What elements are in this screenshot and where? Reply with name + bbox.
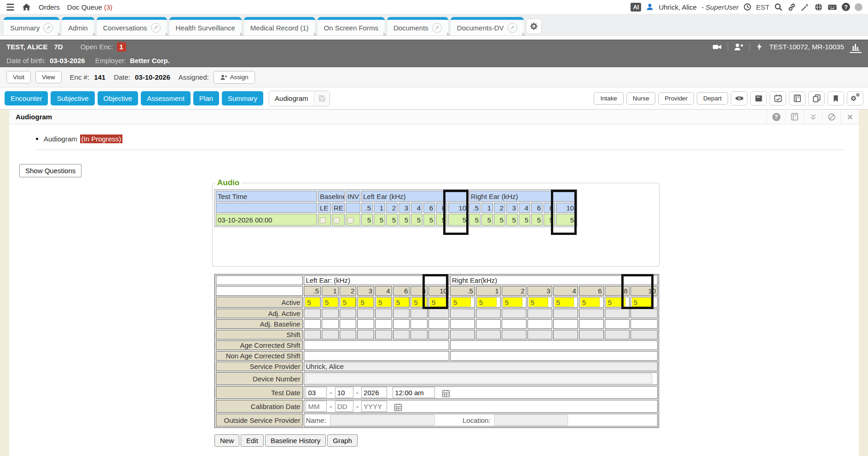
audiogram-item-label[interactable]: Audiogram [44, 135, 77, 143]
eye-icon[interactable] [731, 91, 747, 105]
add-person-icon[interactable] [734, 42, 744, 52]
visit-button[interactable]: Visit [6, 71, 31, 83]
baseline-history-button[interactable]: Baseline History [265, 434, 326, 447]
inv-cell[interactable] [346, 214, 360, 226]
tab-on-screen-forms[interactable]: On Screen Forms [318, 17, 385, 35]
intake-button[interactable]: Intake [594, 92, 623, 105]
audio-test-row[interactable]: 03-10-2026 00:00 5 5 5 5 5 5 5 5 [216, 214, 576, 226]
user-name[interactable]: Uhrick, Alice [659, 3, 697, 11]
test-date-month-input[interactable] [306, 387, 327, 398]
show-questions-button[interactable]: Show Questions [19, 164, 81, 177]
keyboard-icon[interactable] [827, 2, 837, 12]
tab-conversations[interactable]: Conversations↗ [97, 17, 167, 35]
calibration-day-input[interactable] [335, 401, 353, 412]
test-date-year-input[interactable] [361, 387, 387, 398]
baseline-le-cell[interactable] [318, 214, 331, 226]
nav-plan-button[interactable]: Plan [193, 91, 219, 105]
panel-help-icon[interactable]: ? [767, 110, 785, 124]
popout-icon[interactable]: ↗ [151, 23, 161, 33]
tab-health-surveillance[interactable]: Health Surveillance [169, 17, 242, 35]
save-icon[interactable] [314, 91, 330, 106]
baseline-re-cell[interactable] [332, 214, 345, 226]
tab-documents[interactable]: Documents↗ [387, 17, 448, 35]
graph-button[interactable]: Graph [327, 434, 358, 447]
wand-icon[interactable] [801, 3, 810, 12]
nav-summary-button[interactable]: Summary [222, 91, 263, 105]
chart-icon[interactable] [850, 41, 862, 53]
hamburger-menu-icon[interactable] [6, 2, 15, 12]
assign-button[interactable]: Assign [214, 71, 255, 84]
active-input[interactable]: 5 [341, 298, 356, 307]
view-button[interactable]: View [35, 71, 62, 83]
popout-icon[interactable]: ↗ [432, 23, 442, 33]
inv-checkbox[interactable] [347, 217, 353, 223]
calibration-year-input[interactable] [361, 401, 387, 412]
home-icon[interactable] [22, 2, 31, 12]
menu-doc-queue[interactable]: Doc Queue (3) [67, 3, 112, 11]
ai-badge[interactable]: AI [631, 3, 641, 12]
nav-subjective-button[interactable]: Subjective [51, 91, 94, 105]
nav-assessment-button[interactable]: Assessment [141, 91, 191, 105]
active-input[interactable]: 5 [632, 298, 651, 307]
bookmark-icon[interactable] [827, 91, 844, 105]
test-date-day-input[interactable] [335, 387, 353, 398]
device-number-input[interactable] [306, 374, 652, 384]
tab-documents-dv[interactable]: Documents-DV↗ [451, 17, 524, 35]
panel-book-icon[interactable] [785, 110, 804, 124]
help-icon[interactable]: ? [842, 3, 850, 11]
panel-cancel-icon[interactable] [822, 110, 840, 124]
active-input[interactable]: 5 [412, 298, 427, 307]
tab-settings-gear-icon[interactable] [526, 18, 542, 34]
popout-icon[interactable]: ↗ [508, 23, 517, 33]
outside-location-input[interactable] [494, 415, 568, 426]
edit-button[interactable]: Edit [241, 434, 264, 447]
open-enc-badge[interactable]: 1 [117, 42, 126, 52]
calendar-icon[interactable] [393, 403, 403, 412]
outside-name-input[interactable] [330, 415, 435, 426]
popout-icon[interactable]: ↗ [43, 23, 53, 33]
nav-objective-button[interactable]: Objective [98, 91, 139, 105]
active-input[interactable]: 5 [376, 298, 391, 307]
globe-icon[interactable] [814, 3, 823, 12]
active-input[interactable]: 5 [451, 298, 471, 307]
depart-button[interactable]: Depart [697, 92, 728, 105]
nav-encounter-button[interactable]: Encounter [5, 91, 48, 105]
active-input[interactable]: 5 [555, 298, 574, 307]
active-input[interactable]: 5 [430, 298, 447, 307]
copy-icon[interactable] [808, 91, 825, 105]
book-icon[interactable] [789, 91, 805, 105]
audiogram-list-item[interactable]: Audiogram (In Progress) [36, 134, 859, 143]
active-input[interactable]: 5 [394, 298, 409, 307]
active-input[interactable]: 5 [580, 298, 600, 307]
nurse-button[interactable]: Nurse [626, 92, 656, 105]
active-input[interactable]: 5 [305, 298, 320, 307]
search-icon[interactable] [774, 3, 783, 12]
baseline-le-checkbox[interactable] [320, 217, 326, 223]
active-input[interactable]: 5 [503, 298, 522, 307]
calibration-month-input[interactable] [306, 401, 327, 412]
panel-collapse-chevrons-icon[interactable] [804, 110, 822, 124]
calendar-check-icon[interactable] [770, 91, 786, 105]
test-time-value[interactable]: 03-10-2026 00:00 [216, 214, 317, 226]
calendar-icon[interactable] [441, 389, 451, 398]
gears-icon[interactable] [847, 91, 863, 105]
link-icon[interactable] [787, 3, 796, 12]
tab-medical-record[interactable]: Medical Record (1) [244, 17, 315, 35]
new-button[interactable]: New [214, 434, 239, 447]
provider-button[interactable]: Provider [658, 92, 694, 105]
active-input[interactable]: 5 [323, 298, 338, 307]
active-input[interactable]: 5 [359, 298, 373, 307]
active-input[interactable]: 5 [529, 298, 548, 307]
audiogram-doc-tab[interactable]: Audiogram [269, 91, 330, 106]
tab-admin[interactable]: Admin [62, 17, 94, 35]
active-input[interactable]: 5 [606, 298, 625, 307]
tab-summary[interactable]: Summary↗ [4, 17, 59, 35]
test-time-input[interactable] [393, 387, 435, 398]
panel-close-icon[interactable] [840, 110, 859, 124]
archive-icon[interactable] [750, 91, 767, 105]
lightning-icon[interactable] [755, 43, 764, 51]
active-input[interactable]: 5 [477, 298, 497, 307]
baseline-re-checkbox[interactable] [334, 217, 340, 223]
video-camera-icon[interactable] [712, 42, 722, 52]
menu-orders[interactable]: Orders [39, 3, 60, 11]
